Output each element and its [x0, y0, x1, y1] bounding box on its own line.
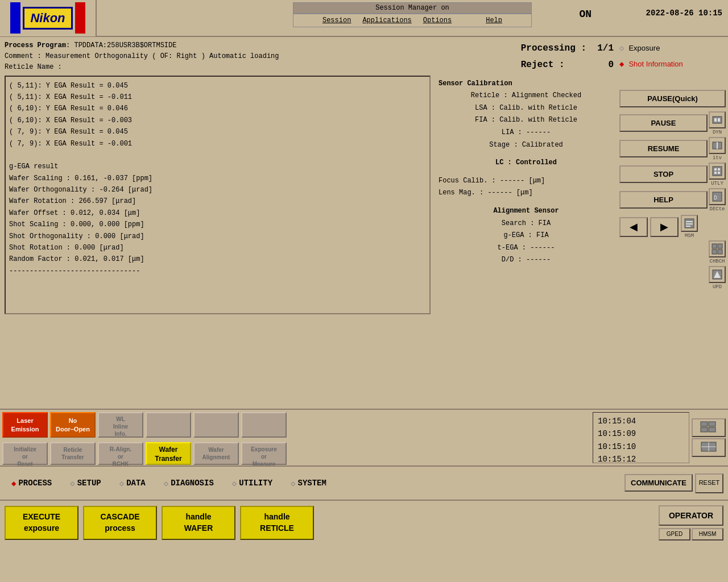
pause-button[interactable]: PAUSE: [619, 114, 708, 132]
door-open-button[interactable]: No Door–Open: [50, 412, 96, 438]
status-btn4[interactable]: [146, 412, 191, 438]
exposure-diamond: ◇: [619, 43, 624, 53]
utly-label: UTLY: [709, 181, 726, 186]
svg-rect-24: [701, 427, 708, 432]
menu-options[interactable]: Options: [423, 16, 452, 24]
nav-process-label: PROCESS: [18, 479, 52, 488]
status-btn5[interactable]: [193, 412, 239, 438]
svg-rect-18: [712, 250, 717, 254]
menu-applications[interactable]: Applications: [362, 16, 411, 24]
laser-emission-button[interactable]: Laser Emission: [2, 412, 48, 438]
svg-rect-6: [714, 168, 717, 171]
reset-button[interactable]: RESET: [695, 473, 723, 493]
processing-label: Processing :: [521, 43, 586, 53]
nav-setup-label: SETUP: [77, 479, 101, 488]
chbch-row: CHBCH: [619, 240, 726, 264]
operator-button[interactable]: OPERATOR: [659, 505, 723, 526]
nav-utility[interactable]: ◇ UTILITY: [225, 475, 279, 492]
menu-help[interactable]: Help: [486, 16, 502, 24]
log-line-14: Shot Rotation : 0.000 [μrad]: [9, 242, 426, 253]
pause-quick-button[interactable]: PAUSE(Quick): [619, 90, 726, 107]
status-right-icon2[interactable]: [692, 438, 726, 457]
sensor-fia: FIA : Calib. with Reticle: [439, 114, 614, 127]
nav-diagnosis[interactable]: ◇ DIAGNOSIS: [157, 475, 221, 492]
session-title: Session Manager on: [293, 2, 532, 14]
svg-rect-9: [718, 172, 720, 174]
log-line-3: ( 6,10): X EGA Result = -0.003: [9, 115, 426, 126]
utly-icon[interactable]: [709, 163, 726, 180]
handle-wafer-button[interactable]: handle WAFER: [162, 506, 235, 539]
reticle-transfer-button[interactable]: Reticle Transfer: [50, 442, 96, 465]
r-align-button[interactable]: R-Align. or BCHK: [98, 442, 143, 465]
decte-icon[interactable]: D: [709, 188, 726, 205]
time-0: 10:15:04: [598, 415, 684, 427]
wafer-transfer-button[interactable]: Wafer Transfer: [146, 442, 191, 465]
msm-label: MSM: [681, 233, 698, 239]
status-btns-col: Laser Emission No Door–Open WL Inline In…: [2, 412, 590, 463]
help-button[interactable]: HELP: [619, 191, 708, 209]
info-header: Process Program: TPDDATA:258USR3B$ORTMSI…: [5, 40, 431, 73]
process-path: : TPDDATA:258USR3B$ORTMSIDE: [66, 41, 176, 49]
center-right: Processing : 1/1 Reject : 0 Sensor Calib…: [435, 37, 617, 409]
menu-session[interactable]: Session: [322, 16, 351, 24]
shot-info-button[interactable]: Shot Information: [624, 57, 687, 70]
svg-rect-23: [709, 422, 715, 426]
svg-rect-19: [718, 250, 722, 254]
log-line-6: [9, 149, 426, 161]
arrow-right-button[interactable]: ▶: [650, 217, 679, 237]
communicate-button[interactable]: COMMUNICATE: [624, 474, 693, 492]
sensor-title: Sensor Calibration: [439, 78, 614, 90]
wafer-align-button[interactable]: Wafer Alignment: [193, 442, 239, 465]
reject-label: Reject :: [521, 60, 565, 70]
process-comment: Comment : Measurement Orthogonality ( OF…: [5, 52, 279, 60]
logo-stripe-right: [75, 2, 85, 34]
sensor-reticle: Reticle : Alignment Checked: [439, 90, 614, 102]
time-2: 10:15:10: [598, 440, 684, 453]
gped-button[interactable]: GPED: [659, 528, 690, 541]
log-line-13: Shot Orthogonality : 0.000 [μrad]: [9, 231, 426, 242]
exposure-button[interactable]: Exposure: [624, 41, 664, 55]
nav-setup[interactable]: ◇ SETUP: [63, 475, 107, 492]
nikon-logo: Nikon: [23, 7, 72, 30]
log-line-16: --------------------------------: [9, 265, 426, 277]
upd-row: UPD: [619, 266, 726, 290]
arrow-left-button[interactable]: ◀: [619, 217, 648, 237]
time-3: 10:15:12: [598, 453, 684, 465]
status-btn6[interactable]: [241, 412, 287, 438]
log-line-8: Wafer Scaling : 0.161, -0.037 [ppm]: [9, 173, 426, 184]
focus-calib: Focus Calib. : ------ [μm]: [439, 175, 614, 188]
execute-button[interactable]: EXECUTE exposure: [5, 506, 78, 539]
wl-inline-button[interactable]: WL Inline Info.: [98, 412, 143, 438]
session-bar: Session Manager on Session Applications …: [97, 0, 728, 37]
log-line-1: ( 5,11): X EGA Result = -0.011: [9, 92, 426, 103]
itv-icon[interactable]: [709, 137, 726, 154]
sensor-lsa: LSA : Calib. with Reticle: [439, 102, 614, 115]
stop-button[interactable]: STOP: [619, 165, 708, 183]
nav-process[interactable]: ◆ PROCESS: [5, 475, 59, 492]
shot-info-row: ◆ Shot Information: [619, 56, 726, 72]
on-indicator: ON: [579, 9, 592, 20]
handle-reticle-button[interactable]: handle RETICLE: [240, 506, 314, 539]
left-main: Process Program: TPDDATA:258USR3B$ORTMSI…: [0, 37, 435, 409]
exposure-measure-button[interactable]: Exposure or Measure: [241, 442, 287, 465]
status-right-btns: [692, 412, 726, 463]
init-button[interactable]: Initialize or Reset: [2, 442, 48, 465]
hmsm-button[interactable]: HMSM: [692, 528, 723, 541]
sensor-lia: LIA : ------: [439, 127, 614, 139]
diagnosis-diamond: ◇: [164, 479, 168, 488]
btn-col: ◇ Exposure ◆ Shot Information PAUSE(Quic…: [617, 37, 728, 409]
svg-rect-1: [714, 118, 717, 122]
nav-data[interactable]: ◇ DATA: [113, 475, 152, 492]
msm-icon[interactable]: [681, 215, 698, 232]
logo-stripe-left: [10, 2, 20, 34]
upd-icon[interactable]: [709, 266, 726, 283]
svg-text:D: D: [714, 195, 717, 201]
status-right-icon1[interactable]: [692, 418, 726, 437]
action-right: OPERATOR GPED HMSM: [659, 505, 723, 541]
cascade-button[interactable]: CASCADE process: [83, 506, 157, 539]
dyn-icon[interactable]: [709, 111, 726, 128]
nav-system[interactable]: ◇ SYSTEM: [284, 475, 333, 492]
alignment-title: Alignment Sensor: [439, 205, 614, 218]
chbch-icon[interactable]: [709, 240, 726, 257]
resume-button[interactable]: RESUME: [619, 140, 708, 157]
